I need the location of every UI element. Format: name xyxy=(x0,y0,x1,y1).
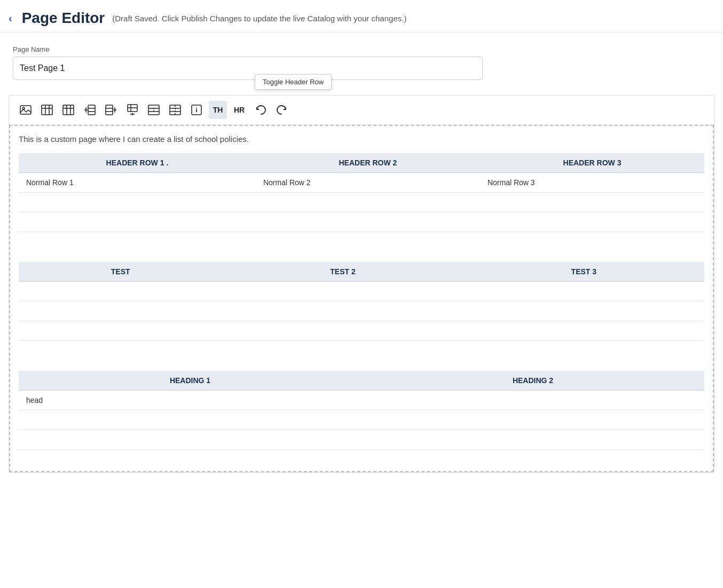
spacer xyxy=(19,245,704,262)
info-button[interactable] xyxy=(187,101,206,119)
table-3-header-2: HEADING 2 xyxy=(362,371,704,391)
table-row xyxy=(19,193,704,212)
table-row xyxy=(19,212,704,232)
table-2-header-2: TEST 2 xyxy=(222,262,463,282)
table-1-cell-1-1: Normal Row 1 xyxy=(19,173,256,193)
table-row: Normal Row 1 Normal Row 2 Normal Row 3 xyxy=(19,173,704,193)
redo-button[interactable] xyxy=(273,101,291,119)
add-col-left-button[interactable] xyxy=(81,101,99,119)
table-1: HEADER ROW 1 . HEADER ROW 2 HEADER ROW 3… xyxy=(19,153,704,232)
svg-rect-2 xyxy=(42,105,52,115)
toolbar-tooltip: Toggle Header Row xyxy=(255,74,332,90)
undo-button[interactable] xyxy=(252,101,270,119)
svg-rect-10 xyxy=(63,105,67,108)
table-2-header-1: TEST xyxy=(19,262,222,282)
table-1-header-3: HEADER ROW 3 xyxy=(480,153,704,173)
page-name-section: Page Name xyxy=(0,33,723,86)
table-row xyxy=(19,410,704,430)
spacer xyxy=(19,354,704,371)
table-1-header-2: HEADER ROW 2 xyxy=(256,153,480,173)
table-2-header-3: TEST 3 xyxy=(463,262,704,282)
table-1-header-row: HEADER ROW 1 . HEADER ROW 2 HEADER ROW 3 xyxy=(19,153,704,173)
table-row xyxy=(19,430,704,450)
merge-cells-button[interactable] xyxy=(145,101,163,119)
table-1-cell-1-3: Normal Row 3 xyxy=(480,173,704,193)
table-1-cell-1-2: Normal Row 2 xyxy=(256,173,480,193)
table-3-cell-1-2 xyxy=(362,391,704,410)
page-name-label: Page Name xyxy=(13,45,710,53)
add-row-button[interactable] xyxy=(123,101,142,119)
svg-point-36 xyxy=(196,108,197,109)
editor-intro-text: This is a custom page where I can create… xyxy=(19,134,704,144)
page-header: ‹ Page Editor (Draft Saved. Click Publis… xyxy=(0,0,723,33)
image-icon-button[interactable] xyxy=(17,101,35,119)
back-button[interactable]: ‹ xyxy=(9,12,12,25)
table-icon-button[interactable] xyxy=(38,101,56,119)
split-cells-button[interactable] xyxy=(166,101,184,119)
table-row: head xyxy=(19,391,704,410)
table-2: TEST TEST 2 TEST 3 xyxy=(19,262,704,341)
svg-rect-0 xyxy=(20,106,31,114)
table-row xyxy=(19,282,704,301)
table-1-header-1: HEADER ROW 1 . xyxy=(19,153,256,173)
table-row xyxy=(19,321,704,341)
add-col-right-button[interactable] xyxy=(102,101,120,119)
horizontal-rule-button[interactable]: HR xyxy=(230,101,248,119)
editor-canvas[interactable]: This is a custom page where I can create… xyxy=(9,125,714,472)
table-2-header-row: TEST TEST 2 TEST 3 xyxy=(19,262,704,282)
table2-icon-button[interactable] xyxy=(59,101,77,119)
table-3-header-row: HEADING 1 HEADING 2 xyxy=(19,371,704,391)
table-3: HEADING 1 HEADING 2 head xyxy=(19,371,704,450)
table-3-cell-1-1: head xyxy=(19,391,362,410)
toggle-header-button[interactable]: TH xyxy=(209,101,227,119)
page-name-input[interactable] xyxy=(13,57,483,80)
editor-container: Toggle Header Row xyxy=(9,95,714,473)
toolbar: TH HR xyxy=(9,96,714,125)
svg-rect-11 xyxy=(88,105,95,115)
svg-rect-16 xyxy=(106,105,113,115)
table-3-header-1: HEADING 1 xyxy=(19,371,362,391)
svg-rect-26 xyxy=(148,105,159,115)
page-title: Page Editor xyxy=(22,10,105,27)
draft-notice: (Draft Saved. Click Publish Changes to u… xyxy=(112,14,406,23)
table-row xyxy=(19,301,704,321)
